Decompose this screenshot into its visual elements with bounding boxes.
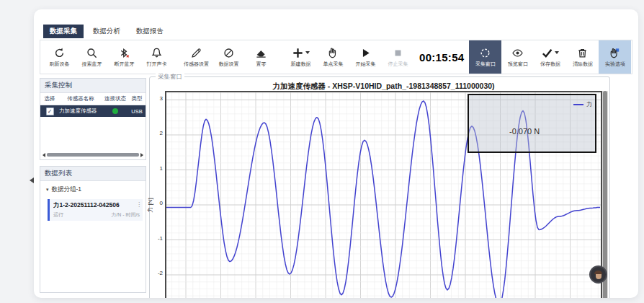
y-axis-tick-label: 1 <box>151 165 163 172</box>
legend-line-icon <box>573 104 583 105</box>
zero-eraser-icon <box>255 47 267 59</box>
sensor-type: USB <box>128 108 146 115</box>
search-bluetooth-icon <box>86 47 98 59</box>
data-group-label: 数据分组-1 <box>52 185 82 194</box>
avatar-hair <box>594 271 602 274</box>
main-tabs: 数据采集 数据分析 数据报告 <box>43 25 170 38</box>
data-settings-icon <box>223 47 235 59</box>
toolbar-button-label: 刷新设备 <box>50 61 70 68</box>
chart-plot-area[interactable]: -0.070 N 力 <box>165 91 602 298</box>
sensor-settings-button[interactable]: 传感器设置 <box>180 40 213 74</box>
table-h-scrollbar[interactable] <box>43 152 143 157</box>
sensor-name: 力加速度传感器 <box>59 107 102 115</box>
search-bluetooth-button[interactable]: 搜索蓝牙 <box>76 40 108 74</box>
sound-card-bell-button[interactable]: 打开声卡 <box>140 40 173 74</box>
refresh-button[interactable]: 刷新设备 <box>43 40 76 74</box>
column-header: 连接状态 <box>102 95 128 102</box>
data-list-item[interactable]: 力1-2-20251112-042506⋮运行力/N - 时间/s <box>48 199 143 221</box>
data-item-axes: 力/N - 时间/s <box>111 211 140 219</box>
preview-eye-icon <box>511 47 524 59</box>
zero-eraser-button[interactable]: 置零 <box>245 40 277 74</box>
app-window: 数据采集 数据分析 数据报告 刷新设备搜索蓝牙断开蓝牙打开声卡传感器设置数据设置… <box>34 9 638 298</box>
capture-window-button[interactable]: 采集窗口 <box>469 40 501 74</box>
toolbar-button-label: 新建数据 <box>291 61 311 68</box>
toolbar-button-label: 数据设置 <box>219 61 239 68</box>
data-group-row[interactable]: ▾数据分组-1 <box>40 181 146 196</box>
legend-label: 力 <box>586 100 592 108</box>
new-data-plus-button[interactable]: 新建数据 <box>285 40 317 74</box>
toolbar-button-label: 预览窗口 <box>508 61 528 68</box>
chevron-down-icon[interactable] <box>555 51 559 54</box>
y-axis-tick-label: 3 <box>151 95 163 102</box>
toolbar-button-label: 停止采集 <box>388 61 408 68</box>
column-header: 传感器名称 <box>59 95 102 102</box>
save-check-icon <box>541 47 553 59</box>
single-point-hand-button[interactable]: 单点采集 <box>317 40 349 74</box>
y-axis-tick-label: -1 <box>151 235 163 242</box>
toolbar-button-label: 清除数据 <box>573 61 593 68</box>
toolbar-button-label: 开始采集 <box>356 61 376 68</box>
scroll-right-icon[interactable] <box>140 153 143 157</box>
sensor-row[interactable]: ✓力加速度传感器USB <box>40 105 146 117</box>
data-settings-button[interactable]: 数据设置 <box>213 40 245 74</box>
toolbar-button-label: 打开声卡 <box>147 61 167 68</box>
single-point-hand-icon <box>327 47 339 59</box>
clear-trash-button[interactable]: 清除数据 <box>566 40 599 74</box>
save-check-button[interactable]: 保存数据 <box>534 40 566 74</box>
toolbar-button-label: 断开蓝牙 <box>115 61 135 68</box>
chart-legend: 力 <box>573 100 592 108</box>
clear-trash-icon <box>576 47 589 59</box>
sensor-settings-icon <box>190 47 202 59</box>
sensor-checkbox[interactable]: ✓ <box>46 107 54 115</box>
chevron-down-icon[interactable] <box>305 51 310 54</box>
tab-data-analysis[interactable]: 数据分析 <box>86 25 127 38</box>
data-list-title: 数据列表 <box>40 167 146 181</box>
toolbar-button-label: 保存数据 <box>540 61 560 68</box>
toolbar-button-label: 单点采集 <box>323 61 344 68</box>
experiment-record-button[interactable]: 实验录制 <box>631 40 632 74</box>
sound-card-bell-icon <box>151 47 163 59</box>
data-item-status: 运行 <box>53 211 63 219</box>
collection-control-panel: 采集控制 选择传感器名称连接状态类型 ✓力加速度传感器USB <box>40 78 146 160</box>
stop-square-button[interactable]: 停止采集 <box>382 40 414 74</box>
start-play-button[interactable]: 开始采集 <box>349 40 382 74</box>
data-list-panel: 数据列表 ▾数据分组-1力1-2-20251112-042506⋮运行力/N -… <box>40 166 146 293</box>
chart-title: 力加速度传感器 - XHSP-V10HID_path_-1981348857_1… <box>165 82 602 92</box>
toolbar-button-label: 传感器设置 <box>184 61 209 68</box>
data-item-more-icon[interactable]: ⋮ <box>136 201 142 208</box>
app-background: 数据采集 数据分析 数据报告 刷新设备搜索蓝牙断开蓝牙打开声卡传感器设置数据设置… <box>0 0 644 303</box>
experiment-options-button[interactable]: 实验选项 <box>599 40 631 74</box>
data-item-title: 力1-2-20251112-042506 <box>53 201 140 210</box>
toolbar-button-label: 实验选项 <box>605 61 625 68</box>
bluetooth-disconnect-icon <box>118 47 130 59</box>
y-axis-label: 力 [N] <box>146 198 154 212</box>
y-axis-tick-label: -2 <box>151 270 163 276</box>
capture-window-panel: 采集窗口 力加速度传感器 - XHSP-V10HID_path_-1981348… <box>149 76 610 298</box>
toolbar-button-label: 置零 <box>256 61 267 68</box>
stop-square-icon <box>392 47 404 59</box>
experiment-options-icon <box>609 47 621 59</box>
new-data-plus-icon <box>292 47 304 59</box>
avatar-face <box>596 274 601 279</box>
bluetooth-disconnect-button[interactable]: 断开蓝牙 <box>108 40 140 74</box>
assistant-avatar-button[interactable] <box>589 265 607 284</box>
preview-eye-button[interactable]: 预览窗口 <box>501 40 534 74</box>
tab-data-collection[interactable]: 数据采集 <box>43 25 84 38</box>
capture-window-icon <box>479 47 491 59</box>
refresh-icon <box>53 47 66 59</box>
capture-window-panel-label: 采集窗口 <box>156 73 184 82</box>
toolbar-button-label: 搜索蓝牙 <box>82 61 102 68</box>
column-header: 类型 <box>128 95 146 102</box>
measurement-value: -0.070 N <box>509 127 540 136</box>
scroll-left-icon[interactable] <box>43 153 45 157</box>
toolbar-button-label: 采集窗口 <box>475 61 496 68</box>
toolbar: 刷新设备搜索蓝牙断开蓝牙打开声卡传感器设置数据设置置零新建数据单点采集开始采集停… <box>40 40 632 74</box>
collection-control-title: 采集控制 <box>40 79 146 93</box>
tab-data-report[interactable]: 数据报告 <box>130 25 170 38</box>
chevron-down-icon[interactable]: ▾ <box>46 187 49 193</box>
sensor-table-header: 选择传感器名称连接状态类型 <box>40 93 146 105</box>
start-play-icon <box>359 47 372 59</box>
column-header: 选择 <box>40 95 59 102</box>
h-scroll-thumb[interactable] <box>47 153 139 157</box>
status-dot <box>112 108 118 114</box>
